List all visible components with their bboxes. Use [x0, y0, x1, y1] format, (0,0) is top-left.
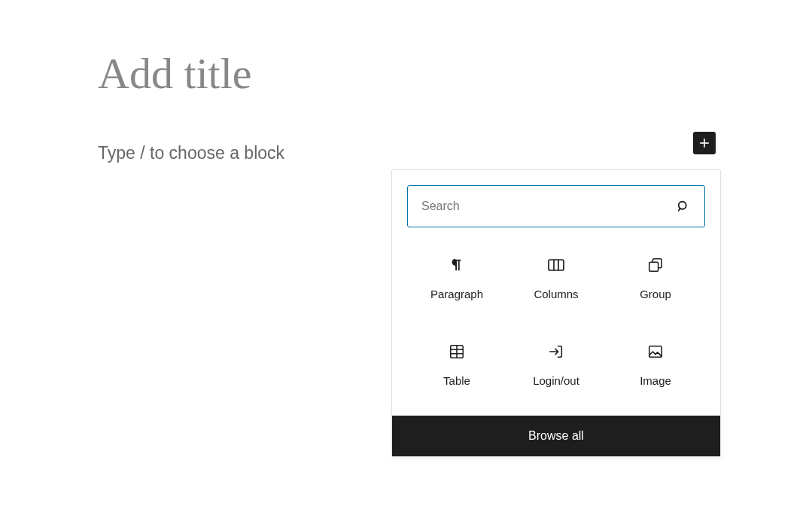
content-row	[98, 143, 714, 163]
block-paragraph[interactable]: Paragraph	[407, 250, 506, 306]
image-icon	[646, 343, 665, 361]
plus-icon	[697, 136, 712, 151]
block-label: Login/out	[533, 374, 579, 387]
add-block-button[interactable]	[693, 132, 716, 154]
search-icon	[662, 199, 704, 214]
block-grid: Paragraph Columns Group Table Login/out	[392, 242, 720, 416]
block-image[interactable]: Image	[606, 337, 705, 393]
block-search-input[interactable]	[408, 189, 662, 224]
block-login-out[interactable]: Login/out	[506, 337, 606, 393]
block-label: Paragraph	[430, 288, 483, 300]
group-icon	[646, 256, 665, 274]
block-label: Table	[443, 374, 470, 387]
svg-rect-1	[549, 260, 564, 270]
login-icon	[547, 343, 565, 361]
block-label: Columns	[534, 288, 578, 300]
svg-rect-4	[649, 346, 662, 358]
post-title-input[interactable]	[98, 45, 714, 102]
search-wrapper	[392, 170, 720, 242]
table-icon	[448, 343, 466, 361]
content-block-input[interactable]	[98, 143, 714, 163]
columns-icon	[547, 256, 565, 274]
editor-canvas	[0, 0, 812, 163]
svg-rect-2	[649, 262, 658, 271]
block-label: Group	[640, 288, 671, 300]
block-label: Image	[640, 374, 671, 387]
browse-all-button[interactable]: Browse all	[392, 416, 720, 456]
block-table[interactable]: Table	[407, 337, 506, 393]
paragraph-icon	[448, 256, 466, 274]
block-inserter-panel: Paragraph Columns Group Table Login/out	[391, 169, 721, 457]
block-columns[interactable]: Columns	[506, 250, 606, 306]
search-box	[407, 185, 705, 227]
block-group[interactable]: Group	[606, 250, 705, 306]
